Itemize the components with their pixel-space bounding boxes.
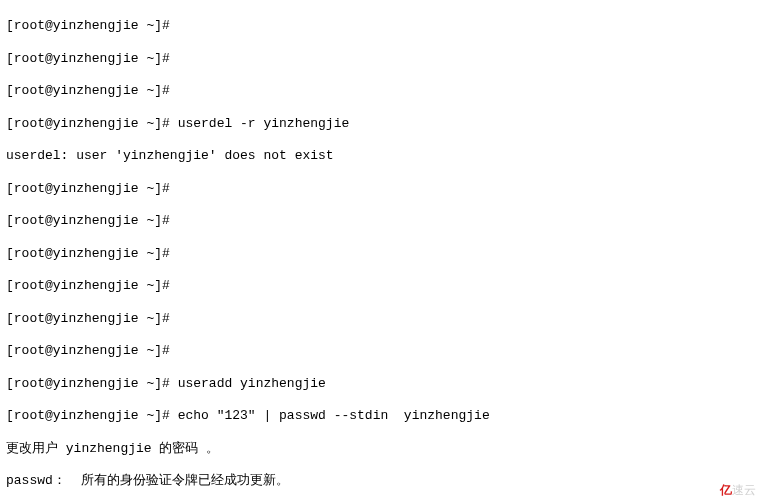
term-line: [root@yinzhengjie ~]# bbox=[6, 83, 776, 99]
watermark-logo: 亿速云 bbox=[720, 483, 756, 498]
term-line: [root@yinzhengjie ~]# bbox=[6, 278, 776, 294]
term-line: [root@yinzhengjie ~]# useradd yinzhengji… bbox=[6, 376, 776, 392]
terminal-window[interactable]: [root@yinzhengjie ~]# [root@yinzhengjie … bbox=[0, 0, 776, 504]
term-line: [root@yinzhengjie ~]# bbox=[6, 246, 776, 262]
term-line: [root@yinzhengjie ~]# echo "123" | passw… bbox=[6, 408, 776, 424]
term-line: [root@yinzhengjie ~]# bbox=[6, 51, 776, 67]
term-line: 更改用户 yinzhengjie 的密码 。 bbox=[6, 441, 776, 457]
term-line: [root@yinzhengjie ~]# bbox=[6, 343, 776, 359]
term-line: passwd： 所有的身份验证令牌已经成功更新。 bbox=[6, 473, 776, 489]
term-line: [root@yinzhengjie ~]# bbox=[6, 213, 776, 229]
term-line: [root@yinzhengjie ~]# userdel -r yinzhen… bbox=[6, 116, 776, 132]
term-line: userdel: user 'yinzhengjie' does not exi… bbox=[6, 148, 776, 164]
term-line: [root@yinzhengjie ~]# bbox=[6, 181, 776, 197]
term-line: [root@yinzhengjie ~]# bbox=[6, 18, 776, 34]
term-line: [root@yinzhengjie ~]# bbox=[6, 311, 776, 327]
